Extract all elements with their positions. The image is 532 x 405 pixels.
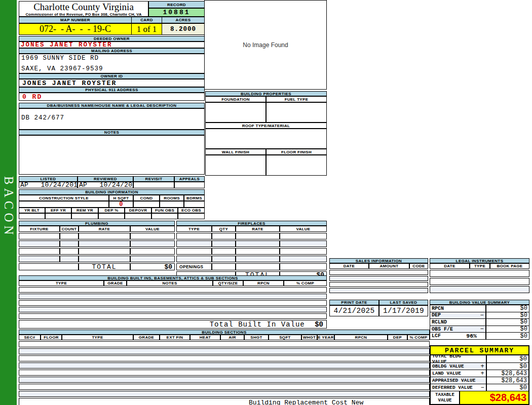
revisit-value — [133, 182, 174, 188]
bi-notes-label: NOTES — [127, 280, 213, 286]
card-value: 1 of 1 — [131, 23, 162, 35]
building-properties-title: BUILDING PROPERTIES — [205, 91, 327, 96]
building-info-headers-1: CONSTRUCTION STYLE H SQFT COND ROOMS BDR… — [19, 195, 205, 201]
sec-air-label: AIR — [220, 335, 244, 340]
fp-type-label: TYPE — [176, 226, 212, 232]
wall-floor-values — [205, 155, 327, 176]
building-sections-row — [19, 370, 430, 376]
fp-rate-label: RATE — [236, 226, 280, 232]
count-label: COUNT — [60, 226, 79, 232]
remyr-label: REM YR — [71, 208, 98, 213]
value-summary-row: RCLND $0 — [430, 318, 529, 326]
empty-cell — [60, 233, 79, 239]
property-photo-placeholder: No Image Found — [204, 0, 327, 90]
sec-comp-label: % COMP — [407, 335, 430, 340]
sales-row — [329, 276, 428, 281]
empty-cell — [160, 201, 184, 208]
empty-cell — [280, 240, 327, 247]
dep-sum-value: $0 — [485, 312, 529, 319]
record-label: RECORD — [148, 1, 205, 8]
plumbing-title: PLUMBING — [19, 221, 175, 226]
roof-header: ROOF TYPE/MATERIAL — [205, 123, 327, 129]
empty-cell — [178, 213, 205, 219]
sec-num-label: SEC# — [19, 335, 41, 340]
built-ins-total-value: $0 — [315, 320, 323, 329]
dep-sum-op: − — [478, 312, 485, 319]
value-summary-row: LCF96% $0 — [430, 332, 529, 339]
foundation-value — [205, 102, 266, 123]
region: OBS F/E — [430, 326, 478, 333]
building-sections-row — [19, 384, 430, 390]
no-image-text: No Image Found — [243, 42, 288, 49]
dep-sum-label: DEP — [432, 312, 441, 318]
print-date-label: PRINT DATE — [329, 300, 379, 305]
empty-cell — [176, 233, 212, 239]
empty-cell — [45, 213, 71, 219]
bi-rpcn-label: RPCN — [243, 280, 284, 286]
empty-cell — [280, 248, 327, 255]
empty-cell — [79, 256, 130, 262]
sale-code-label: CODE — [409, 263, 428, 269]
empty-cell — [60, 240, 79, 247]
legal-row — [430, 286, 529, 293]
rate-label: RATE — [79, 226, 130, 232]
parcel-row: APPRAISED VALUE $28,643 — [431, 377, 528, 384]
rooms-label: ROOMS — [160, 195, 184, 201]
appeals-label: APPEALS — [174, 176, 205, 182]
reviewed-value: AP 10/24/2018 — [78, 182, 133, 188]
fireplaces-table: FIREPLACES TYPE QTY RATE VALUE OPENINGS … — [176, 221, 327, 278]
built-ins-row — [19, 294, 327, 299]
deferred-label: DEFERRED VALUE — [432, 385, 473, 390]
appeals-value — [174, 182, 205, 188]
last-saved-label: LAST SAVED — [379, 300, 428, 305]
empty-cell — [236, 240, 280, 247]
lcf-value: $0 — [485, 333, 529, 339]
value-summary-row: OBS F/E − $0 — [430, 326, 529, 333]
sales-information-table: SALES INFORMATION DATE AMOUNT CODE — [329, 258, 428, 293]
obs-value: $0 — [485, 326, 529, 333]
building-sections-row — [19, 391, 430, 397]
sec-heat-label: HEAT — [190, 335, 220, 340]
plumbing-total-value: $0 — [130, 263, 175, 270]
value-summary-row: DEP − $0 — [430, 312, 529, 319]
parcel-summary: PARCEL SUMMARY TOTAL BLDG VALUE $0 OBLDG… — [430, 345, 529, 405]
fuel-type-label: FUEL TYPE — [266, 96, 327, 102]
empty-cell — [79, 248, 130, 255]
sales-row — [329, 282, 428, 287]
region: OBLDG VALUE — [431, 363, 479, 370]
mailing-address-box: 1969 SUNNY SIDE RD SAXE, VA 23967-9539 — [19, 54, 205, 73]
obldg-label: OBLDG VALUE — [432, 363, 464, 369]
deeded-owner-value: JONES JANET ROYSTER — [19, 42, 205, 48]
sec-shgt-label: SHGT — [244, 335, 269, 340]
parcel-row: TOTAL BLDG VALUE $0 — [431, 355, 528, 362]
bi-type-label: TYPE — [19, 280, 104, 286]
region: RCLND — [430, 319, 478, 326]
building-sections-row — [19, 348, 430, 354]
empty-cell — [280, 256, 327, 262]
wall-finish-label: WALL FINISH — [205, 149, 266, 155]
openings-label: OPENINGS — [176, 263, 212, 270]
built-ins-title: BUILDING BUILT INS, BASEMENTS, ATTICS & … — [19, 275, 327, 280]
rpcn-label: RPCN — [432, 306, 444, 311]
built-ins-row — [19, 313, 327, 319]
region: LCF96% — [430, 333, 478, 339]
building-sections-footer: Building Replacement Cost New — [19, 398, 430, 405]
built-ins-headers: TYPE GRADE NOTES QTY/SIZE RPCN % COMP — [19, 280, 327, 286]
print-date-value: 4/21/2025 — [329, 305, 379, 316]
building-value-summary-title: BUILDING VALUE SUMMARY — [430, 300, 529, 305]
built-ins-table: BUILDING BUILT INS, BASEMENTS, ATTICS & … — [19, 275, 327, 329]
region: TOTAL BLDG VALUE — [431, 355, 479, 362]
bi-comp-label: % COMP — [284, 280, 327, 286]
legal-description-value: DB 242/677 — [19, 114, 204, 122]
empty-cell — [125, 213, 151, 219]
legal-type-label: TYPE — [470, 263, 490, 269]
fireplaces-row — [176, 240, 327, 247]
building-information-table: BUILDING INFORMATION CONSTRUCTION STYLE … — [19, 189, 205, 219]
depovr-label: DEPOVR — [125, 208, 151, 213]
rclnd-op — [478, 319, 485, 326]
sec-dep-label: DEP — [388, 335, 407, 340]
obs-label: OBS F/E — [432, 327, 453, 332]
building-info-values-2 — [19, 213, 205, 219]
fireplaces-row — [176, 248, 327, 255]
map-number-value: 072- - A- - - 19-C — [19, 23, 132, 35]
